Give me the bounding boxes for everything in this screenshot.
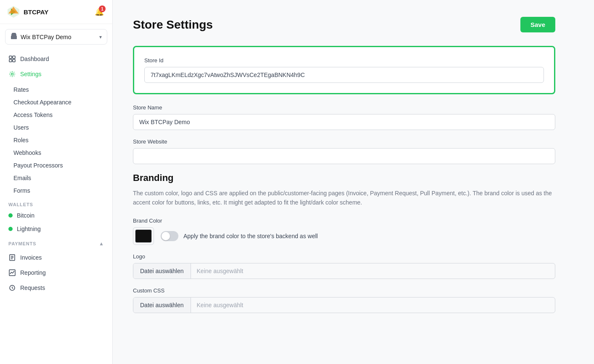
sidebar-item-requests[interactable]: Requests (0, 280, 112, 295)
logo-text: BTCPAY (24, 8, 48, 16)
brand-color-swatch[interactable] (135, 229, 152, 243)
logo-file-button[interactable]: Datei auswählen (133, 263, 191, 279)
sidebar-header: BTCPAY 🔔 1 (0, 0, 112, 24)
svg-rect-5 (13, 59, 15, 62)
wallets-label: WALLETS (0, 197, 112, 209)
main-nav: Dashboard Settings (0, 50, 112, 83)
backend-color-toggle-label: Apply the brand color to the store's bac… (183, 233, 318, 239)
toggle-thumb (162, 232, 170, 240)
logo-file-row: Datei auswählen Keine ausgewählt (133, 263, 555, 279)
css-file-row: Datei auswählen Keine ausgewählt (133, 297, 555, 313)
payments-section: PAYMENTS ▲ Invoices Reporting Requests (0, 236, 112, 297)
payments-label: PAYMENTS (8, 241, 36, 246)
svg-rect-3 (13, 56, 15, 58)
reporting-label: Reporting (20, 269, 46, 276)
settings-label: Settings (20, 71, 42, 77)
sidebar-item-dashboard[interactable]: Dashboard (0, 51, 112, 66)
sidebar-item-emails[interactable]: Emails (0, 172, 112, 184)
brand-color-row: Apply the brand color to the store's bac… (133, 227, 555, 245)
svg-point-6 (11, 73, 13, 75)
invoices-icon (8, 254, 16, 261)
main-inner: Store Settings Save Store Id Store Name … (113, 0, 575, 338)
lightning-label: Lightning (17, 226, 41, 232)
store-name-label: Store Name (133, 104, 555, 111)
store-website-input[interactable] (133, 148, 555, 164)
svg-rect-2 (9, 56, 12, 58)
store-id-section: Store Id (133, 46, 555, 94)
bitcoin-label: Bitcoin (17, 212, 34, 219)
sidebar-item-reporting[interactable]: Reporting (0, 265, 112, 280)
logo-label: Logo (133, 253, 555, 260)
sidebar-item-checkout-appearance[interactable]: Checkout Appearance (0, 96, 112, 109)
requests-icon (8, 284, 16, 292)
branding-section: Branding The custom color, logo and CSS … (133, 173, 555, 313)
brand-color-label: Brand Color (133, 218, 555, 224)
sidebar-item-settings[interactable]: Settings (0, 66, 112, 82)
store-name-input[interactable] (133, 114, 555, 130)
notification-button[interactable]: 🔔 1 (93, 5, 106, 18)
store-name-group: Store Name (133, 104, 555, 130)
sidebar-item-lightning[interactable]: Lightning (0, 222, 112, 236)
wallets-section: WALLETS Bitcoin Lightning (0, 197, 112, 236)
svg-rect-4 (9, 59, 12, 62)
store-selector-chevron: ▾ (99, 34, 102, 40)
store-selector-name: Wix BTCPay Demo (21, 34, 96, 40)
main-content-area: Store Settings Save Store Id Store Name … (113, 0, 594, 364)
save-button[interactable]: Save (520, 17, 555, 32)
sidebar-item-bitcoin[interactable]: Bitcoin (0, 209, 112, 222)
store-icon (11, 33, 17, 41)
store-website-group: Store Website (133, 138, 555, 164)
logo-file-name: Keine ausgewählt (191, 263, 555, 279)
sidebar-item-forms[interactable]: Forms (0, 184, 112, 197)
brand-color-group: Brand Color Apply the brand color to the… (133, 218, 555, 245)
reporting-icon (8, 269, 16, 276)
dashboard-icon (8, 55, 16, 63)
store-id-label: Store Id (144, 57, 544, 64)
custom-css-label: Custom CSS (133, 287, 555, 294)
custom-css-group: Custom CSS Datei auswählen Keine ausgewä… (133, 287, 555, 313)
sidebar: BTCPAY 🔔 1 Wix BTCPay Demo ▾ Dashboard S… (0, 0, 113, 364)
invoices-label: Invoices (20, 254, 42, 261)
requests-label: Requests (20, 284, 45, 291)
branding-title: Branding (133, 173, 555, 183)
backend-color-toggle[interactable] (161, 231, 178, 241)
payments-header[interactable]: PAYMENTS ▲ (0, 237, 112, 250)
sidebar-item-invoices[interactable]: Invoices (0, 250, 112, 265)
page-header: Store Settings Save (133, 17, 555, 32)
sidebar-item-payout-processors[interactable]: Payout Processors (0, 159, 112, 172)
store-id-input[interactable] (144, 67, 544, 83)
store-selector[interactable]: Wix BTCPay Demo ▾ (5, 29, 107, 45)
settings-sub-nav: Rates Checkout Appearance Access Tokens … (0, 83, 112, 197)
css-file-name: Keine ausgewählt (191, 298, 555, 313)
payments-collapse-icon: ▲ (99, 241, 104, 247)
branding-description: The custom color, logo and CSS are appli… (133, 189, 555, 207)
logo-area: BTCPAY (7, 5, 48, 19)
store-website-label: Store Website (133, 138, 555, 145)
sidebar-item-access-tokens[interactable]: Access Tokens (0, 109, 112, 121)
dashboard-label: Dashboard (20, 56, 49, 62)
btcpay-logo-icon (7, 5, 20, 19)
sidebar-item-roles[interactable]: Roles (0, 134, 112, 146)
css-file-button[interactable]: Datei auswählen (133, 298, 191, 313)
logo-group: Logo Datei auswählen Keine ausgewählt (133, 253, 555, 279)
bitcoin-status-dot (8, 213, 13, 218)
sidebar-item-webhooks[interactable]: Webhooks (0, 146, 112, 159)
sidebar-item-rates[interactable]: Rates (0, 83, 112, 96)
sidebar-item-users[interactable]: Users (0, 121, 112, 134)
notification-badge: 1 (99, 5, 106, 12)
lightning-status-dot (8, 227, 13, 231)
svg-rect-1 (11, 36, 17, 39)
page-title: Store Settings (133, 18, 213, 32)
settings-icon (8, 70, 16, 78)
backend-color-toggle-row: Apply the brand color to the store's bac… (161, 231, 318, 241)
